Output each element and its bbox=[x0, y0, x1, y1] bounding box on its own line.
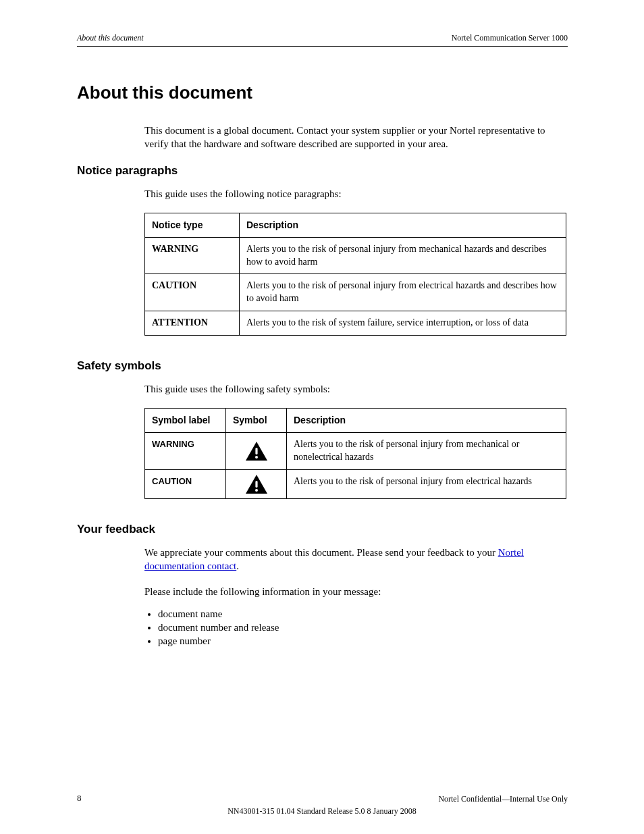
safety-symbols-table: Symbol label Symbol Description WARNING bbox=[144, 408, 566, 499]
footer-doc-id: NN43001-315 01.04 Standard Release 5.0 8… bbox=[0, 806, 644, 816]
svg-rect-2 bbox=[255, 481, 257, 488]
svg-rect-0 bbox=[255, 448, 257, 454]
footer-confidential: Nortel Confidential—Internal Use Only bbox=[438, 793, 568, 804]
table-header: Description bbox=[240, 213, 566, 237]
table-header: Description bbox=[287, 409, 566, 433]
list-item: document number and release bbox=[158, 621, 568, 634]
list-item: document name bbox=[158, 607, 568, 621]
footer-page-number: 8 bbox=[77, 792, 82, 804]
notice-paragraphs-intro: This guide uses the following notice par… bbox=[144, 187, 568, 201]
header-section-title: About this document bbox=[77, 32, 144, 43]
notice-type-label: WARNING bbox=[152, 244, 198, 254]
header-product-name: Nortel Communication Server 1000 bbox=[452, 32, 568, 43]
table-row: WARNING Alerts you to the risk of person… bbox=[145, 433, 566, 470]
symbol-label: CAUTION bbox=[152, 476, 192, 486]
feedback-text: We appreciate your comments about this d… bbox=[144, 547, 498, 558]
warning-triangle-icon bbox=[245, 441, 268, 461]
notice-paragraphs-heading: Notice paragraphs bbox=[77, 163, 568, 179]
table-row: WARNING Alerts you to the risk of person… bbox=[145, 237, 566, 274]
feedback-heading: Your feedback bbox=[77, 522, 568, 538]
symbol-desc: Alerts you to the risk of personal injur… bbox=[287, 433, 566, 470]
svg-point-1 bbox=[255, 456, 258, 459]
page-title: About this document bbox=[77, 81, 568, 105]
feedback-text: . bbox=[236, 561, 239, 571]
intro-paragraph: This document is a global document. Cont… bbox=[144, 124, 568, 151]
list-item: page number bbox=[158, 634, 568, 648]
table-header: Symbol label bbox=[145, 409, 226, 433]
header-divider bbox=[77, 46, 568, 47]
feedback-paragraph-1: We appreciate your comments about this d… bbox=[144, 546, 568, 573]
table-row: ATTENTION Alerts you to the risk of syst… bbox=[145, 311, 566, 336]
warning-triangle-icon bbox=[245, 474, 268, 494]
table-row: CAUTION Alerts you to the risk of person… bbox=[145, 469, 566, 498]
notice-type-desc: Alerts you to the risk of personal injur… bbox=[240, 237, 566, 274]
notice-types-table: Notice type Description WARNING Alerts y… bbox=[144, 213, 566, 336]
safety-symbols-intro: This guide uses the following safety sym… bbox=[144, 382, 568, 396]
notice-type-desc: Alerts you to the risk of system failure… bbox=[240, 311, 566, 336]
table-header: Symbol bbox=[226, 409, 287, 433]
notice-type-desc: Alerts you to the risk of personal injur… bbox=[240, 274, 566, 311]
notice-type-label: ATTENTION bbox=[152, 317, 208, 328]
symbol-desc: Alerts you to the risk of personal injur… bbox=[287, 469, 566, 498]
feedback-paragraph-2: Please include the following information… bbox=[144, 585, 568, 598]
notice-type-label: CAUTION bbox=[152, 280, 196, 290]
table-row: CAUTION Alerts you to the risk of person… bbox=[145, 274, 566, 311]
svg-point-3 bbox=[255, 489, 258, 492]
table-header: Notice type bbox=[145, 213, 240, 237]
feedback-list: document name document number and releas… bbox=[144, 607, 568, 648]
symbol-label: WARNING bbox=[152, 439, 194, 449]
safety-symbols-heading: Safety symbols bbox=[77, 359, 568, 374]
